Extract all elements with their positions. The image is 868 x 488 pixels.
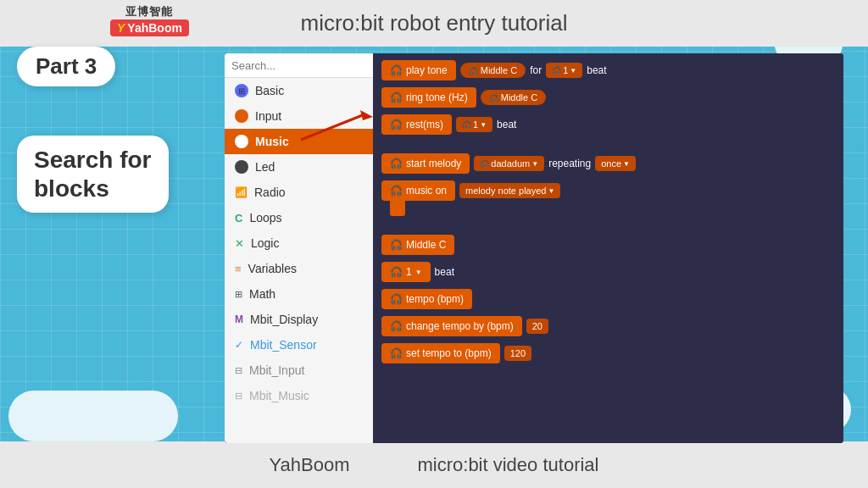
variables-icon: ≡ xyxy=(235,263,242,275)
middle-c-standalone-btn[interactable]: 🎧 Middle C xyxy=(381,235,454,255)
val-120[interactable]: 120 xyxy=(504,346,531,361)
music-dot xyxy=(235,135,248,148)
for-text: for xyxy=(530,64,542,76)
search-input[interactable] xyxy=(231,59,374,72)
rest-btn[interactable]: 🎧 rest(ms) xyxy=(381,114,452,135)
beat-num-1[interactable]: 🎧 1 ▼ xyxy=(546,63,582,78)
headphone-icon-3: 🎧 xyxy=(390,119,403,130)
set-tempo-label: set tempo to (bpm) xyxy=(406,347,492,359)
set-tempo-btn[interactable]: 🎧 set tempo to (bpm) xyxy=(381,343,500,363)
part-label: Part 3 xyxy=(17,47,115,86)
radio-label: Radio xyxy=(254,186,286,199)
mbit-display-label: Mbit_Display xyxy=(250,313,318,326)
sidebar-item-led[interactable]: Led xyxy=(225,154,373,180)
set-tempo-block[interactable]: 🎧 set tempo to (bpm) 120 xyxy=(381,343,835,363)
variables-label: Variables xyxy=(248,262,297,275)
mbit-music-icon: ⊟ xyxy=(235,391,242,402)
header: 亚博智能 Y YahBoom micro:bit robot entry tut… xyxy=(0,0,868,47)
sidebar-item-math[interactable]: ⊞ Math xyxy=(225,281,373,307)
headphone-icon-8: 🎧 xyxy=(390,293,403,305)
beat-text-3: beat xyxy=(435,266,454,278)
ring-tone-block[interactable]: 🎧 ring tone (Hz) 🎧 Middle C xyxy=(381,87,835,108)
loops-icon: C xyxy=(235,212,242,225)
tempo-block[interactable]: 🎧 tempo (bpm) xyxy=(381,289,835,309)
once-dropdown[interactable]: once ▼ xyxy=(595,156,636,171)
headphone-icon-7: 🎧 xyxy=(390,266,403,278)
one-text-2: 1 xyxy=(473,119,478,130)
dropdown-arrow-2: ▼ xyxy=(480,121,487,129)
middle-c-standalone-block[interactable]: 🎧 Middle C xyxy=(381,235,835,255)
headphone-icon-rest: 🎧 xyxy=(462,120,471,129)
start-melody-label: start melody xyxy=(406,158,461,169)
start-melody-block[interactable]: 🎧 start melody 🎧 dadadum ▼ repeating onc… xyxy=(381,153,835,174)
headphone-icon-5: 🎧 xyxy=(390,185,403,197)
basic-dot: ⊞ xyxy=(235,84,248,97)
mbit-sensor-icon: ✓ xyxy=(235,339,243,351)
change-tempo-block[interactable]: 🎧 change tempo by (bpm) 20 xyxy=(381,316,835,336)
start-melody-btn[interactable]: 🎧 start melody xyxy=(381,153,470,174)
sidebar-item-basic[interactable]: ⊞ Basic xyxy=(225,78,373,103)
logic-icon: ✕ xyxy=(235,237,244,250)
headphone-icon-melody: 🎧 xyxy=(480,159,489,168)
melody-note-dropdown[interactable]: melody note played ▼ xyxy=(459,183,560,198)
headphone-icon-10: 🎧 xyxy=(390,347,403,359)
loops-label: Loops xyxy=(249,211,281,225)
sidebar-item-mbit-sensor[interactable]: ✓ Mbit_Sensor xyxy=(225,332,373,358)
gap-2 xyxy=(381,223,835,228)
headphone-icon-small: 🎧 xyxy=(469,67,478,75)
melody-note-text: melody note played xyxy=(465,186,546,196)
basic-label: Basic xyxy=(255,84,284,97)
logo-badge: Y YahBoom xyxy=(110,19,189,36)
middle-c-pill-2[interactable]: 🎧 Middle C xyxy=(481,90,546,105)
radio-icon: 📶 xyxy=(235,186,248,198)
svg-marker-1 xyxy=(360,110,373,120)
gap-1 xyxy=(381,141,835,147)
sidebar-item-mbit-music[interactable]: ⊟ Mbit_Music xyxy=(225,383,373,408)
sidebar-item-loops[interactable]: C Loops xyxy=(225,205,373,230)
music-on-block[interactable]: 🎧 music on melody note played ▼ xyxy=(381,180,835,201)
dropdown-arrow-5: ▼ xyxy=(548,187,554,195)
play-tone-label: play tone xyxy=(406,64,448,76)
svg-line-0 xyxy=(301,114,364,140)
change-tempo-label: change tempo by (bpm) xyxy=(406,320,514,332)
sidebar-item-mbit-input[interactable]: ⊟ Mbit_Input xyxy=(225,358,373,383)
mbit-input-label: Mbit_Input xyxy=(249,363,304,377)
music-on-btn[interactable]: 🎧 music on xyxy=(381,180,455,201)
repeating-text: repeating xyxy=(548,158,591,169)
change-tempo-btn[interactable]: 🎧 change tempo by (bpm) xyxy=(381,316,522,336)
sidebar-item-mbit-display[interactable]: M Mbit_Display xyxy=(225,307,373,332)
header-title: micro:bit robot entry tutorial xyxy=(300,10,567,36)
val-20[interactable]: 20 xyxy=(526,319,548,334)
music-on-group: 🎧 music on melody note played ▼ xyxy=(381,180,835,216)
search-bar[interactable]: 🔍 xyxy=(225,53,373,78)
rest-block[interactable]: 🎧 rest(ms) 🎧 1 ▼ beat xyxy=(381,114,835,135)
once-text: once xyxy=(601,158,621,169)
logo-y-icon: Y xyxy=(117,21,125,35)
tempo-btn[interactable]: 🎧 tempo (bpm) xyxy=(381,289,472,309)
one-beat-btn[interactable]: 🎧 1 ▼ xyxy=(381,262,431,282)
rest-label: rest(ms) xyxy=(406,119,443,130)
dadadum-dropdown[interactable]: 🎧 dadadum ▼ xyxy=(474,156,544,171)
math-label: Math xyxy=(249,287,275,301)
mbit-display-icon: M xyxy=(235,313,243,325)
dropdown-arrow-6: ▼ xyxy=(415,269,422,276)
one-beat-block[interactable]: 🎧 1 ▼ beat xyxy=(381,262,835,282)
input-dot xyxy=(235,109,248,123)
math-icon: ⊞ xyxy=(235,289,242,300)
beat-num-2[interactable]: 🎧 1 ▼ xyxy=(456,117,492,132)
sidebar-item-logic[interactable]: ✕ Logic xyxy=(225,230,373,256)
middle-c-pill-1[interactable]: 🎧 Middle C xyxy=(460,63,526,78)
ring-tone-btn[interactable]: 🎧 ring tone (Hz) xyxy=(381,87,476,108)
footer-subtitle: micro:bit video tutorial xyxy=(418,454,599,476)
block-connector xyxy=(390,201,405,216)
headphone-icon-1: 🎧 xyxy=(390,64,403,76)
sidebar-item-variables[interactable]: ≡ Variables xyxy=(225,256,373,281)
middle-c-text-1: Middle C xyxy=(481,65,517,75)
sidebar-item-radio[interactable]: 📶 Radio xyxy=(225,180,373,205)
logo-brand-text: YahBoom xyxy=(127,21,182,35)
middle-c-text-2: Middle C xyxy=(501,92,537,103)
beat-text-2: beat xyxy=(497,119,516,130)
play-tone-block[interactable]: 🎧 play tone 🎧 Middle C for 🎧 1 ▼ beat xyxy=(381,60,835,80)
headphone-icon-4: 🎧 xyxy=(390,158,403,169)
play-tone-btn[interactable]: 🎧 play tone xyxy=(381,60,456,80)
